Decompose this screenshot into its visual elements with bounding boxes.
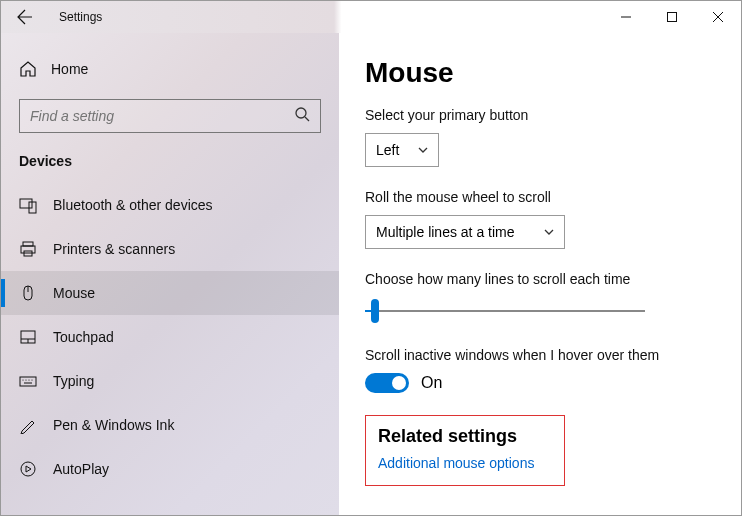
pen-icon (19, 416, 37, 434)
dropdown-value: Multiple lines at a time (376, 224, 515, 240)
slider-track (365, 310, 645, 312)
chevron-down-icon (544, 227, 554, 237)
sidebar-item-label: AutoPlay (53, 461, 109, 477)
slider-thumb[interactable] (371, 299, 379, 323)
sidebar-item-mouse[interactable]: Mouse (1, 271, 339, 315)
wheel-dropdown[interactable]: Multiple lines at a time (365, 215, 565, 249)
home-link[interactable]: Home (1, 49, 339, 89)
sidebar-item-touchpad[interactable]: Touchpad (1, 315, 339, 359)
svg-point-1 (296, 108, 306, 118)
toggle-state: On (421, 374, 442, 392)
category-heading: Devices (1, 149, 339, 183)
dropdown-value: Left (376, 142, 399, 158)
sidebar-item-label: Typing (53, 373, 94, 389)
svg-point-14 (25, 379, 26, 380)
sidebar-item-label: Bluetooth & other devices (53, 197, 213, 213)
sidebar: Home Devices Bluetooth & other devices P… (1, 33, 339, 515)
sidebar-item-label: Pen & Windows Ink (53, 417, 174, 433)
svg-point-18 (21, 462, 35, 476)
content-pane: Mouse Select your primary button Left Ro… (339, 33, 741, 515)
svg-rect-12 (20, 377, 36, 386)
home-label: Home (51, 61, 88, 77)
svg-point-16 (31, 379, 32, 380)
window-controls (603, 1, 741, 33)
devices-icon (19, 196, 37, 214)
inactive-toggle[interactable] (365, 373, 409, 393)
minimize-button[interactable] (603, 1, 649, 33)
sidebar-item-label: Printers & scanners (53, 241, 175, 257)
sidebar-item-typing[interactable]: Typing (1, 359, 339, 403)
svg-rect-2 (20, 199, 32, 208)
chevron-down-icon (418, 145, 428, 155)
svg-rect-0 (668, 13, 677, 22)
close-button[interactable] (695, 1, 741, 33)
back-arrow-icon (17, 9, 33, 25)
related-heading: Related settings (378, 426, 552, 447)
sidebar-item-bluetooth[interactable]: Bluetooth & other devices (1, 183, 339, 227)
window-title: Settings (59, 10, 102, 24)
printer-icon (19, 240, 37, 258)
sidebar-item-label: Touchpad (53, 329, 114, 345)
keyboard-icon (19, 372, 37, 390)
home-icon (19, 60, 37, 78)
mouse-icon (19, 284, 37, 302)
sidebar-item-label: Mouse (53, 285, 95, 301)
lines-label: Choose how many lines to scroll each tim… (365, 271, 719, 287)
autoplay-icon (19, 460, 37, 478)
maximize-button[interactable] (649, 1, 695, 33)
svg-rect-5 (21, 246, 35, 253)
lines-slider[interactable] (365, 297, 645, 325)
search-input[interactable] (30, 108, 294, 124)
inactive-label: Scroll inactive windows when I hover ove… (365, 347, 719, 363)
sidebar-item-autoplay[interactable]: AutoPlay (1, 447, 339, 491)
touchpad-icon (19, 328, 37, 346)
page-heading: Mouse (365, 57, 719, 89)
sidebar-item-printers[interactable]: Printers & scanners (1, 227, 339, 271)
svg-point-13 (22, 379, 23, 380)
search-icon (294, 106, 310, 126)
additional-mouse-options-link[interactable]: Additional mouse options (378, 455, 552, 471)
wheel-label: Roll the mouse wheel to scroll (365, 189, 719, 205)
sidebar-item-pen[interactable]: Pen & Windows Ink (1, 403, 339, 447)
title-bar: Settings (1, 1, 741, 33)
primary-button-dropdown[interactable]: Left (365, 133, 439, 167)
related-settings: Related settings Additional mouse option… (365, 415, 565, 486)
primary-button-label: Select your primary button (365, 107, 719, 123)
svg-rect-4 (23, 242, 33, 246)
search-box[interactable] (19, 99, 321, 133)
svg-point-15 (28, 379, 29, 380)
back-button[interactable] (1, 1, 49, 33)
